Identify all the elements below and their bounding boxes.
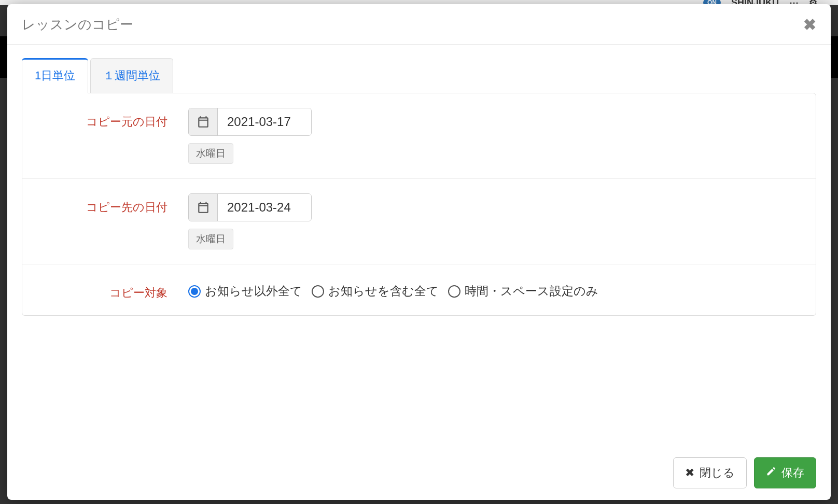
modal-header: レッスンのコピー ✖ (7, 4, 831, 45)
modal-title: レッスンのコピー (22, 16, 133, 34)
row-dest-date: コピー先の日付 水曜日 (22, 179, 816, 264)
save-button-label: 保存 (781, 465, 804, 481)
close-icon: ✖ (803, 16, 816, 33)
field-copy-target: お知らせ以外全て お知らせを含む全て 時間・スペース設定のみ (188, 279, 805, 299)
close-button[interactable]: ✖ 閉じる (673, 457, 747, 488)
tab-label: １週間単位 (103, 69, 160, 82)
radio-label: お知らせ以外全て (205, 283, 302, 299)
tabs: 1日単位 １週間単位 (22, 58, 816, 93)
modal-body: 1日単位 １週間単位 コピー元の日付 水曜日 (7, 45, 831, 448)
calendar-icon[interactable] (189, 194, 218, 221)
radio-time-space-only[interactable]: 時間・スペース設定のみ (448, 283, 598, 299)
label-copy-target: コピー対象 (33, 279, 188, 301)
row-copy-target: コピー対象 お知らせ以外全て お知らせを含む全て 時間・ (22, 264, 816, 315)
tab-one-day[interactable]: 1日単位 (22, 58, 88, 93)
close-icon-button[interactable]: ✖ (803, 17, 816, 33)
calendar-icon[interactable] (189, 108, 218, 135)
tab-label: 1日単位 (35, 69, 75, 82)
copy-lesson-modal: レッスンのコピー ✖ 1日単位 １週間単位 コピー元の日付 (7, 4, 831, 500)
radio-label: 時間・スペース設定のみ (465, 283, 598, 299)
radio-including-notices[interactable]: お知らせを含む全て (312, 283, 439, 299)
tab-one-week[interactable]: １週間単位 (90, 58, 173, 93)
row-source-date: コピー元の日付 水曜日 (22, 93, 816, 179)
dest-date-input-group (188, 193, 312, 221)
tab-content: コピー元の日付 水曜日 コピー先の日付 (22, 93, 816, 316)
radio-icon (188, 285, 201, 298)
radio-icon (448, 285, 460, 298)
radio-label: お知らせを含む全て (328, 283, 439, 299)
copy-target-radio-group: お知らせ以外全て お知らせを含む全て 時間・スペース設定のみ (188, 279, 805, 299)
source-date-input-group (188, 108, 312, 136)
radio-icon (312, 285, 324, 298)
source-date-weekday-badge: 水曜日 (188, 143, 233, 164)
dest-date-weekday-badge: 水曜日 (188, 229, 233, 249)
label-source-date: コピー元の日付 (33, 108, 188, 130)
close-icon: ✖ (685, 466, 694, 480)
dest-date-input[interactable] (218, 194, 311, 221)
close-button-label: 閉じる (700, 465, 735, 481)
field-dest-date: 水曜日 (188, 193, 805, 249)
modal-footer: ✖ 閉じる 保存 (7, 448, 831, 500)
radio-except-notices[interactable]: お知らせ以外全て (188, 283, 302, 299)
source-date-input[interactable] (218, 108, 311, 135)
save-button[interactable]: 保存 (754, 457, 816, 488)
label-dest-date: コピー先の日付 (33, 193, 188, 215)
edit-icon (766, 466, 776, 480)
field-source-date: 水曜日 (188, 108, 805, 164)
